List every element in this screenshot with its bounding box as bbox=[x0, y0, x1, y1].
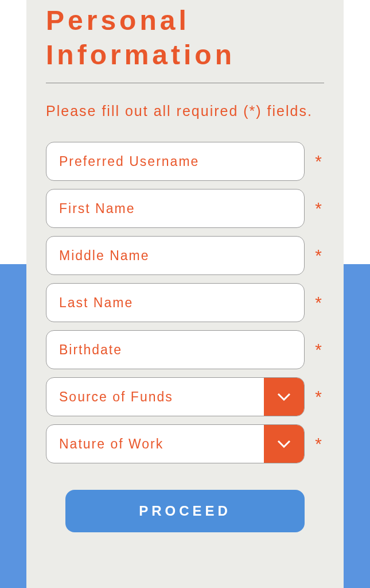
proceed-button[interactable]: PROCEED bbox=[65, 490, 305, 532]
divider bbox=[46, 83, 324, 83]
required-asterisk: * bbox=[313, 340, 324, 359]
field-row-natureofwork: Nature of Work * bbox=[46, 424, 324, 463]
required-asterisk: * bbox=[313, 387, 324, 407]
chevron-down-icon bbox=[277, 393, 291, 401]
required-asterisk: * bbox=[313, 152, 324, 171]
required-asterisk: * bbox=[313, 199, 324, 218]
firstname-input[interactable] bbox=[46, 189, 305, 228]
middlename-input[interactable] bbox=[46, 236, 305, 275]
natureofwork-dropdown-button[interactable] bbox=[264, 425, 304, 463]
page-title: Personal Information bbox=[46, 0, 324, 72]
field-row-username: * bbox=[46, 142, 324, 181]
field-row-birthdate: * bbox=[46, 330, 324, 369]
natureofwork-select[interactable]: Nature of Work bbox=[46, 424, 305, 463]
lastname-input[interactable] bbox=[46, 283, 305, 322]
required-asterisk: * bbox=[313, 434, 324, 454]
sourceoffunds-dropdown-button[interactable] bbox=[264, 378, 304, 416]
username-input[interactable] bbox=[46, 142, 305, 181]
chevron-down-icon bbox=[277, 440, 291, 448]
instruction-text: Please fill out all required (*) fields. bbox=[46, 99, 324, 122]
sourceoffunds-select[interactable]: Source of Funds bbox=[46, 377, 305, 416]
field-row-middlename: * bbox=[46, 236, 324, 275]
field-row-lastname: * bbox=[46, 283, 324, 322]
required-asterisk: * bbox=[313, 246, 324, 265]
personal-info-card: Personal Information Please fill out all… bbox=[26, 0, 344, 588]
sourceoffunds-label: Source of Funds bbox=[46, 378, 264, 416]
field-row-firstname: * bbox=[46, 189, 324, 228]
required-asterisk: * bbox=[313, 293, 324, 312]
field-row-sourceoffunds: Source of Funds * bbox=[46, 377, 324, 416]
natureofwork-label: Nature of Work bbox=[46, 425, 264, 463]
birthdate-input[interactable] bbox=[46, 330, 305, 369]
